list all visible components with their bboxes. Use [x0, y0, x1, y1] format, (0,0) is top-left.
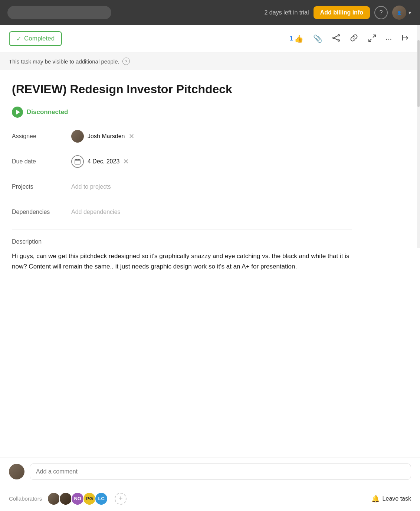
- share-button[interactable]: [331, 32, 342, 45]
- calendar-icon[interactable]: [71, 155, 84, 168]
- main-content: (REVIEW) Redesign Investor Pitchdeck Dis…: [0, 70, 364, 271]
- more-options-button[interactable]: ···: [384, 33, 393, 45]
- check-icon: ✓: [16, 35, 21, 42]
- remove-due-date-button[interactable]: ✕: [123, 158, 129, 165]
- leave-task-button[interactable]: 🔔 Leave task: [371, 495, 411, 503]
- assignee-name: Josh Marsden: [88, 133, 125, 140]
- add-to-projects-button[interactable]: Add to projects: [71, 183, 111, 190]
- collaborator-avatar-2[interactable]: [59, 492, 72, 505]
- task-title: (REVIEW) Redesign Investor Pitchdeck: [12, 82, 352, 96]
- collaborators-label: Collaborators: [9, 495, 42, 502]
- assignee-value: Josh Marsden ✕: [71, 130, 134, 143]
- due-date-label: Due date: [12, 158, 71, 165]
- like-count: 1: [289, 35, 293, 42]
- svg-point-0: [333, 37, 334, 39]
- help-button[interactable]: ?: [374, 6, 388, 19]
- play-icon: [12, 107, 23, 118]
- svg-rect-9: [75, 159, 80, 164]
- assignee-field: Assignee Josh Marsden ✕: [12, 128, 352, 144]
- svg-line-4: [334, 38, 338, 40]
- leave-task-label: Leave task: [383, 495, 411, 502]
- collaborator-avatar-1[interactable]: [47, 492, 60, 505]
- page-wrapper: 2 days left in trial Add billing info ? …: [0, 0, 420, 511]
- chevron-down-icon: ▾: [408, 10, 411, 16]
- svg-line-3: [334, 36, 338, 38]
- add-dependencies-button[interactable]: Add dependencies: [71, 209, 121, 215]
- disconnected-badge[interactable]: Disconnected: [12, 107, 352, 118]
- add-billing-button[interactable]: Add billing info: [314, 6, 370, 19]
- projects-field: Projects Add to projects: [12, 179, 352, 195]
- collaborators-bar: Collaborators NO PG LC + 🔔 Leave task: [0, 486, 420, 511]
- disconnected-text: Disconnected: [27, 108, 68, 116]
- svg-point-1: [338, 35, 339, 36]
- arrow-right-icon: [401, 34, 410, 44]
- visibility-text: This task may be visible to additional p…: [9, 58, 119, 65]
- scroll-track[interactable]: [417, 25, 420, 248]
- topbar: 2 days left in trial Add billing info ? …: [0, 0, 420, 25]
- ellipsis-icon: ···: [385, 35, 392, 43]
- collaborators-left: Collaborators NO PG LC +: [9, 492, 127, 505]
- link-button[interactable]: [348, 32, 360, 45]
- collaborator-avatar-pg[interactable]: PG: [83, 492, 96, 505]
- description-text: Hi guys, can we get this pitchdeck redes…: [12, 251, 352, 271]
- bell-icon: 🔔: [371, 495, 380, 503]
- help-icon[interactable]: ?: [122, 58, 130, 65]
- expand-button[interactable]: [366, 32, 377, 45]
- scroll-thumb: [417, 40, 420, 107]
- search-pill[interactable]: [7, 6, 111, 19]
- expand-icon: [368, 34, 376, 44]
- svg-point-2: [338, 40, 339, 41]
- toolbar-actions: 1 👍 📎: [288, 32, 411, 45]
- user-avatar: 👤: [392, 6, 406, 20]
- link-icon: [350, 34, 358, 44]
- projects-label: Projects: [12, 183, 71, 190]
- visibility-notice: This task may be visible to additional p…: [0, 52, 420, 70]
- comment-input[interactable]: [30, 463, 411, 480]
- like-button[interactable]: 1 👍: [288, 33, 305, 45]
- user-menu[interactable]: 👤 ▾: [392, 6, 411, 20]
- share-icon: [332, 34, 340, 44]
- remove-assignee-button[interactable]: ✕: [129, 133, 134, 140]
- commenter-avatar: [9, 464, 24, 479]
- task-toolbar: ✓ Completed 1 👍 📎: [0, 25, 420, 52]
- trial-text: 2 days left in trial: [265, 9, 309, 16]
- dependencies-field: Dependencies Add dependencies: [12, 204, 352, 220]
- collaborator-avatar-lc[interactable]: LC: [95, 492, 108, 505]
- svg-line-6: [369, 39, 371, 42]
- dependencies-label: Dependencies: [12, 209, 71, 215]
- collaborators-avatars: NO PG LC: [47, 492, 108, 505]
- paperclip-icon: 📎: [313, 34, 322, 43]
- play-triangle: [16, 110, 20, 115]
- section-divider: [12, 229, 352, 230]
- completed-label: Completed: [24, 35, 55, 42]
- completed-button[interactable]: ✓ Completed: [9, 31, 62, 46]
- due-date-field: Due date 4 Dec, 2023 ✕: [12, 153, 352, 170]
- due-date: 4 Dec, 2023: [88, 158, 119, 165]
- collaborator-avatar-no[interactable]: NO: [71, 492, 84, 505]
- due-date-value: 4 Dec, 2023 ✕: [71, 155, 129, 168]
- assignee-label: Assignee: [12, 133, 71, 140]
- comment-section: [0, 457, 420, 486]
- thumbs-up-icon: 👍: [294, 34, 303, 43]
- add-collaborator-button[interactable]: +: [115, 493, 127, 505]
- assignee-avatar: [71, 130, 84, 143]
- svg-line-5: [373, 35, 375, 38]
- attachment-button[interactable]: 📎: [312, 33, 324, 45]
- description-label: Description: [12, 238, 352, 245]
- close-panel-button[interactable]: [400, 32, 411, 45]
